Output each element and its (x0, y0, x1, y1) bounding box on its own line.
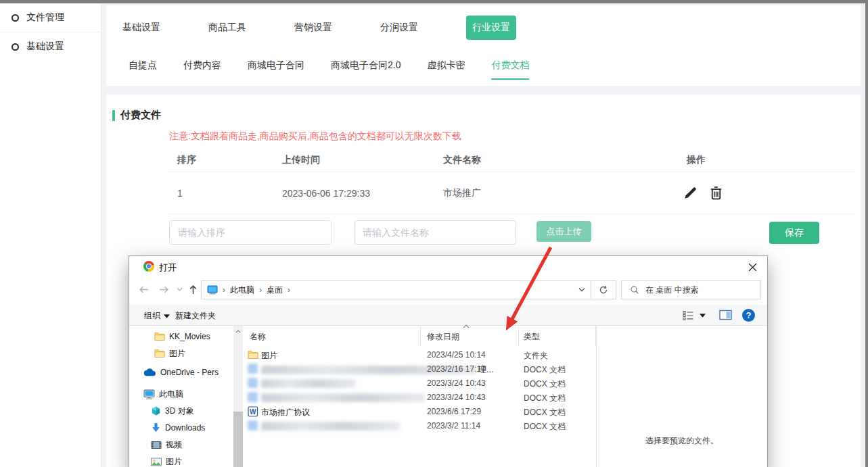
screen: 文件管理 基础设置 基础设置 商品工具 营销设置 分润设置 行业设置 自提点 付… (0, 0, 868, 467)
folder-icon (154, 332, 165, 341)
file-row-redacted[interactable]: 2023/3/24 10:43 DOCX 文档 (243, 391, 596, 405)
file-date: 2023/6/6 17:29 (427, 407, 481, 416)
column-header-action: 操作 (679, 154, 854, 166)
svg-text:W: W (250, 408, 256, 416)
file-list-header: 名称 修改日期 类型 (243, 326, 596, 346)
delete-icon[interactable] (708, 185, 724, 201)
breadcrumb-this-pc[interactable]: 此电脑 (230, 285, 254, 296)
tree-item-downloads[interactable]: Downloads (129, 420, 231, 436)
column-separator[interactable] (518, 326, 519, 346)
tree-item-kk-movies[interactable]: KK_Movies (129, 328, 231, 345)
new-folder-button[interactable]: 新建文件夹 (175, 310, 216, 322)
section-accent-bar (112, 110, 115, 121)
tree-item-videos[interactable]: 视频 (129, 437, 231, 453)
column-header-type[interactable]: 类型 (524, 331, 540, 343)
radio-icon (12, 43, 19, 51)
tab-mall-econtract-2[interactable]: 商城电子合同2.0 (331, 59, 401, 78)
cell-sort: 1 (169, 188, 274, 199)
file-name: 市场推广协议 (261, 407, 310, 418)
column-separator[interactable] (420, 326, 421, 346)
forward-icon[interactable] (158, 284, 170, 295)
tab-mall-econtract[interactable]: 商城电子合同 (248, 59, 304, 78)
search-placeholder: 在 桌面 中搜索 (645, 285, 699, 296)
file-row-redacted[interactable]: 理... 2023/2/16 17:17 DOCX 文档 (243, 362, 596, 376)
tab-profit-settings[interactable]: 分润设置 (380, 22, 418, 34)
organize-button[interactable]: 组织 (144, 310, 170, 322)
desktop-icon (207, 285, 218, 295)
tab-basic-settings[interactable]: 基础设置 (122, 22, 160, 34)
table-header-row: 排序 上传时间 文件名称 操作 (169, 149, 854, 172)
sidebar: 文件管理 基础设置 (0, 3, 101, 467)
add-file-form: 点击上传 保存 (169, 220, 854, 245)
new-folder-label: 新建文件夹 (175, 310, 216, 322)
file-date: 2023/4/25 10:14 (427, 350, 486, 360)
pictures-icon (151, 458, 162, 466)
address-dropdown-icon[interactable] (578, 287, 585, 293)
close-icon[interactable] (744, 259, 760, 275)
dialog-title: 打开 (159, 262, 177, 274)
save-button[interactable]: 保存 (769, 222, 819, 244)
tab-marketing-settings[interactable]: 营销设置 (294, 22, 332, 34)
search-box[interactable]: 在 桌面 中搜索 (621, 280, 761, 299)
refresh-button[interactable] (591, 280, 616, 299)
tab-pickup-point[interactable]: 自提点 (129, 59, 157, 78)
column-header-name: 文件名称 (435, 154, 679, 166)
file-type: 文件夹 (524, 350, 548, 362)
window-top-border (0, 0, 868, 3)
file-date: 2023/3/24 10:43 (427, 378, 486, 388)
dialog-nav-row: › 此电脑 › 桌面 › 在 桌面 中搜索 (129, 279, 767, 299)
tree-item-this-pc[interactable]: 此电脑 (129, 386, 231, 402)
file-row-redacted[interactable]: 2023/3/2 11:14 DOCX 文档 (243, 419, 596, 433)
preview-pane-icon[interactable] (719, 310, 732, 320)
tab-product-tools[interactable]: 商品工具 (208, 22, 246, 34)
column-header-name[interactable]: 名称 (250, 331, 266, 343)
file-row-redacted[interactable]: 2023/3/24 10:43 DOCX 文档 (243, 376, 596, 391)
file-date: 2023/3/24 10:43 (427, 393, 486, 402)
back-icon[interactable] (138, 284, 150, 295)
tree-scrollbar[interactable] (233, 326, 243, 467)
history-chevron-icon[interactable] (177, 287, 183, 292)
tab-paid-docs[interactable]: 付费文档 (491, 59, 529, 80)
tab-virtual-card[interactable]: 虚拟卡密 (427, 59, 465, 78)
tree-item-label: KK_Movies (169, 332, 210, 341)
file-row-market-agreement[interactable]: W 市场推广协议 2023/6/6 17:29 DOCX 文档 (243, 405, 596, 419)
tree-item-label: 视频 (166, 439, 182, 451)
tree-item-3d-objects[interactable]: 3D 对象 (129, 403, 231, 419)
tree-item-pictures-folder[interactable]: 图片 (129, 345, 231, 362)
chrome-icon (143, 261, 154, 272)
chevron-down-icon (164, 314, 170, 318)
cell-time: 2023-06-06 17:29:33 (274, 188, 435, 199)
sort-input[interactable] (169, 220, 332, 245)
edit-icon[interactable] (683, 185, 698, 201)
dialog-titlebar[interactable]: 打开 (129, 256, 767, 276)
address-bar[interactable]: › 此电脑 › 桌面 › (201, 280, 591, 299)
column-header-date[interactable]: 修改日期 (427, 331, 459, 343)
tree-item-label: Downloads (165, 423, 205, 433)
preview-hint: 选择要预览的文件。 (597, 435, 767, 447)
upload-button[interactable]: 点击上传 (536, 221, 591, 242)
help-icon[interactable]: ? (742, 309, 755, 322)
tab-paid-content[interactable]: 付费内容 (183, 59, 221, 78)
file-row-pictures[interactable]: 图片 2023/4/25 10:14 文件夹 (243, 348, 596, 362)
sidebar-item-file-management[interactable]: 文件管理 (0, 3, 101, 32)
view-dropdown-icon[interactable] (700, 314, 706, 318)
breadcrumb-desktop[interactable]: 桌面 (267, 285, 283, 296)
redacted-file-icon (248, 378, 258, 388)
tab-industry-settings[interactable]: 行业设置 (466, 16, 516, 40)
redacted-file-icon (248, 392, 258, 402)
onedrive-icon (143, 368, 156, 376)
sidebar-item-basic-settings[interactable]: 基础设置 (0, 32, 101, 61)
tree-item-pictures[interactable]: 图片 (129, 453, 231, 467)
scrollbar-thumb[interactable] (233, 412, 243, 467)
view-list-icon[interactable] (683, 310, 695, 320)
tree-item-onedrive[interactable]: OneDrive - Pers (129, 364, 231, 380)
scrollbar-up-icon[interactable] (233, 326, 243, 337)
file-name-redacted (261, 378, 356, 388)
sidebar-item-label: 文件管理 (26, 11, 64, 24)
file-type: DOCX 文档 (524, 393, 566, 404)
file-name-input[interactable] (354, 220, 516, 245)
3d-object-icon (151, 405, 161, 416)
redacted-file-icon (248, 420, 258, 431)
files-table: 排序 上传时间 文件名称 操作 1 2023-06-06 17:29:33 市场… (169, 149, 854, 214)
up-icon[interactable] (187, 284, 199, 295)
